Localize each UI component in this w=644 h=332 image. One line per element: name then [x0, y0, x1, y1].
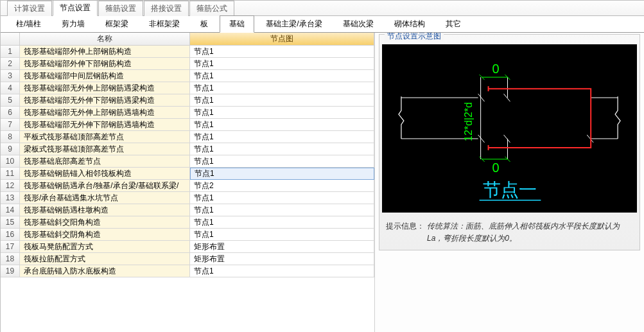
- row-value[interactable]: 节点1: [190, 58, 374, 70]
- col-header-name: 名称: [20, 33, 190, 46]
- sub-tab-3[interactable]: 非框架梁: [140, 16, 189, 32]
- table-row[interactable]: 7筏形基础端部无外伸下部钢筋遇墙构造节点1: [1, 119, 374, 131]
- row-name: 筏形基础端部外伸上部钢筋构造: [20, 46, 190, 58]
- svg-line-4: [478, 94, 485, 101]
- row-number: 14: [1, 204, 20, 216]
- row-number: 9: [1, 143, 20, 155]
- row-number: 18: [1, 253, 20, 265]
- row-name: 筏形基础钢筋遇柱墩构造: [20, 204, 190, 216]
- top-tab-4[interactable]: 箍筋公式: [189, 1, 234, 16]
- row-name: 梁板式筏形基础顶部高差节点: [20, 143, 190, 155]
- hint-text: 传统算法：面筋、底筋伸入相邻筏板内水平段长度默认为La，弯折段长度默认为0。: [427, 220, 634, 245]
- row-name: 筏形基础钢筋遇承台/独基/承台梁/基础联系梁/: [20, 180, 190, 192]
- row-name: 筏形基础端部无外伸下部钢筋遇梁构造: [20, 94, 190, 107]
- row-name: 筏形基础端部无外伸下部钢筋遇墙构造: [20, 119, 190, 131]
- row-name: 承台底筋锚入防水底板构造: [20, 265, 190, 277]
- settings-table: 名称 节点图 1筏形基础端部外伸上部钢筋构造节点12筏形基础端部外伸下部钢筋构造…: [1, 33, 375, 332]
- row-number: 8: [1, 131, 20, 143]
- row-name: 筏形基础钢筋锚入相邻筏板构造: [20, 168, 190, 180]
- sub-tab-5[interactable]: 基础: [220, 15, 254, 33]
- sub-tab-bar: 柱/墙柱剪力墙框架梁非框架梁板基础基础主梁/承台梁基础次梁砌体结构其它: [1, 16, 644, 33]
- row-value[interactable]: 节点1: [190, 94, 374, 107]
- col-header-value: 节点图: [190, 33, 374, 46]
- row-name: 筏形/承台基础遇集水坑节点: [20, 192, 190, 204]
- row-value[interactable]: 节点1: [190, 143, 374, 155]
- col-header-rownum: [1, 33, 20, 46]
- row-number: 13: [1, 192, 20, 204]
- row-number: 11: [1, 168, 20, 180]
- hint-row: 提示信息： 传统算法：面筋、底筋伸入相邻筏板内水平段长度默认为La，弯折段长度默…: [382, 219, 637, 246]
- row-name: 筏板拉筋配置方式: [20, 253, 190, 265]
- row-value[interactable]: 节点1: [190, 70, 374, 82]
- table-row[interactable]: 5筏形基础端部无外伸下部钢筋遇梁构造节点1: [1, 94, 374, 107]
- row-name: 筏形基础斜交阴角构造: [20, 229, 190, 241]
- row-number: 12: [1, 180, 20, 192]
- table-row[interactable]: 11筏形基础钢筋锚入相邻筏板构造节点1: [1, 168, 374, 180]
- row-value[interactable]: 节点1: [190, 168, 374, 180]
- row-value[interactable]: 矩形布置: [190, 253, 374, 265]
- row-number: 6: [1, 107, 20, 119]
- table-row[interactable]: 15筏形基础斜交阳角构造节点1: [1, 216, 374, 229]
- table-row[interactable]: 12筏形基础钢筋遇承台/独基/承台梁/基础联系梁/节点2: [1, 180, 374, 192]
- diagram-caption: 节点一: [483, 180, 537, 200]
- row-value[interactable]: 节点1: [190, 155, 374, 168]
- row-value[interactable]: 节点1: [190, 204, 374, 216]
- row-number: 7: [1, 119, 20, 131]
- table-row[interactable]: 10筏形基础底部高差节点节点1: [1, 155, 374, 168]
- table-row[interactable]: 6筏形基础端部无外伸上部钢筋遇墙构造节点1: [1, 107, 374, 119]
- top-tab-2[interactable]: 箍筋设置: [98, 1, 143, 16]
- annot-top: 0: [492, 62, 500, 76]
- sub-tab-6[interactable]: 基础主梁/承台梁: [257, 16, 331, 32]
- table-body[interactable]: 1筏形基础端部外伸上部钢筋构造节点12筏形基础端部外伸下部钢筋构造节点13筏形基…: [1, 46, 374, 332]
- top-tab-0[interactable]: 计算设置: [7, 1, 52, 16]
- top-tab-1[interactable]: 节点设置: [53, 0, 98, 16]
- row-value[interactable]: 节点1: [190, 82, 374, 94]
- table-row[interactable]: 9梁板式筏形基础顶部高差节点节点1: [1, 143, 374, 155]
- preview-panel: 节点设置示意图: [375, 33, 644, 332]
- annot-left: 12*d|2*d: [463, 102, 474, 141]
- row-value[interactable]: 矩形布置: [190, 241, 374, 253]
- table-row[interactable]: 17筏板马凳筋配置方式矩形布置: [1, 241, 374, 253]
- sub-tab-8[interactable]: 砌体结构: [385, 16, 434, 32]
- row-name: 筏形基础端部无外伸上部钢筋遇梁构造: [20, 82, 190, 94]
- table-row[interactable]: 3筏形基础端部中间层钢筋构造节点1: [1, 70, 374, 82]
- row-number: 1: [1, 46, 20, 58]
- row-number: 3: [1, 70, 20, 82]
- table-row[interactable]: 2筏形基础端部外伸下部钢筋构造节点1: [1, 58, 374, 70]
- row-name: 筏形基础端部无外伸上部钢筋遇墙构造: [20, 107, 190, 119]
- top-tab-bar: 计算设置节点设置箍筋设置搭接设置箍筋公式: [1, 1, 644, 16]
- row-value[interactable]: 节点1: [190, 265, 374, 277]
- row-value[interactable]: 节点1: [190, 131, 374, 143]
- row-value[interactable]: 节点2: [190, 180, 374, 192]
- annot-bottom: 0: [492, 161, 500, 175]
- row-value[interactable]: 节点1: [190, 46, 374, 58]
- row-number: 15: [1, 216, 20, 229]
- table-row[interactable]: 18筏板拉筋配置方式矩形布置: [1, 253, 374, 265]
- row-number: 5: [1, 94, 20, 107]
- row-name: 筏板马凳筋配置方式: [20, 241, 190, 253]
- row-value[interactable]: 节点1: [190, 216, 374, 229]
- top-tab-3[interactable]: 搭接设置: [144, 1, 189, 16]
- row-value[interactable]: 节点1: [190, 119, 374, 131]
- row-number: 16: [1, 229, 20, 241]
- table-row[interactable]: 14筏形基础钢筋遇柱墩构造节点1: [1, 204, 374, 216]
- table-row[interactable]: 8平板式筏形基础顶部高差节点节点1: [1, 131, 374, 143]
- row-name: 平板式筏形基础顶部高差节点: [20, 131, 190, 143]
- sub-tab-9[interactable]: 其它: [437, 16, 470, 32]
- sub-tab-1[interactable]: 剪力墙: [53, 16, 94, 32]
- row-value[interactable]: 节点1: [190, 192, 374, 204]
- sub-tab-0[interactable]: 柱/墙柱: [7, 16, 50, 32]
- table-row[interactable]: 13筏形/承台基础遇集水坑节点节点1: [1, 192, 374, 204]
- table-row[interactable]: 1筏形基础端部外伸上部钢筋构造节点1: [1, 46, 374, 58]
- sub-tab-7[interactable]: 基础次梁: [334, 16, 383, 32]
- table-row[interactable]: 4筏形基础端部无外伸上部钢筋遇梁构造节点1: [1, 82, 374, 94]
- row-value[interactable]: 节点1: [190, 107, 374, 119]
- svg-line-6: [478, 135, 485, 143]
- sub-tab-4[interactable]: 板: [191, 16, 217, 32]
- row-value[interactable]: 节点1: [190, 229, 374, 241]
- table-row[interactable]: 19承台底筋锚入防水底板构造节点1: [1, 265, 374, 277]
- hint-label: 提示信息：: [386, 220, 427, 245]
- table-row[interactable]: 16筏形基础斜交阴角构造节点1: [1, 229, 374, 241]
- table-header: 名称 节点图: [1, 33, 374, 46]
- sub-tab-2[interactable]: 框架梁: [96, 16, 137, 32]
